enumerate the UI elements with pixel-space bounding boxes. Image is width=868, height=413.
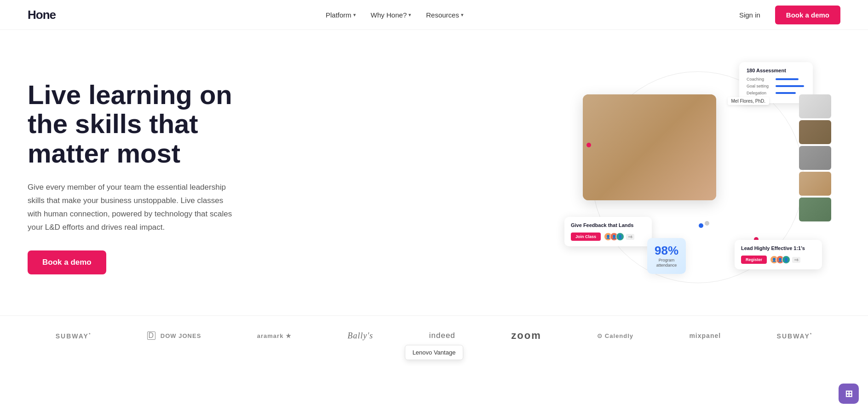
stats-number: 98% — [655, 244, 678, 258]
feedback-card: Give Feedback that Lands Join Class 👤 👤 … — [564, 217, 652, 247]
plus-badge-effective: +6 — [792, 257, 800, 263]
main-video-frame — [583, 94, 716, 200]
logo-subway-1: SUBWAY* — [56, 332, 92, 340]
hero-title: Live learning on the skills that matter … — [28, 80, 267, 168]
register-button[interactable]: Register — [741, 256, 767, 264]
avatar-group-effective: 👤 👤 👤 +6 — [772, 256, 800, 264]
coaching-bar — [776, 78, 799, 80]
side-thumb-3 — [799, 146, 831, 170]
goal-bar — [776, 85, 804, 87]
stats-label: Programattendance — [655, 258, 678, 268]
logo-dow-jones: D DOW JONES — [147, 332, 201, 340]
nav-why-hone[interactable]: Why Hone? ▾ — [365, 7, 417, 23]
signin-button[interactable]: Sign in — [734, 7, 766, 23]
navbar: Hone Platform ▾ Why Hone? ▾ Resources ▾ … — [0, 0, 868, 30]
hero-left: Live learning on the skills that matter … — [28, 80, 267, 275]
plus-badge-feedback: +6 — [626, 234, 634, 240]
avatar-group-feedback: 👤 👤 👤 +6 — [606, 233, 634, 241]
chevron-down-icon: ▾ — [408, 12, 411, 18]
logo-indeed: indeed — [429, 331, 455, 340]
book-demo-nav-button[interactable]: Book a demo — [775, 6, 840, 24]
nav-links: Platform ▾ Why Hone? ▾ Resources ▾ — [320, 7, 469, 23]
chevron-down-icon: ▾ — [353, 12, 356, 18]
side-thumb-1 — [799, 94, 831, 118]
lenovo-tooltip: Lenovo Vantage — [405, 345, 464, 355]
dot-decoration-1 — [586, 143, 591, 147]
dot-decoration-3 — [699, 223, 703, 228]
effective-card: Lead Highly Effective 1:1's Register 👤 👤… — [735, 240, 822, 270]
side-thumb-2 — [799, 120, 831, 144]
assessment-row-delegation: Delegation — [747, 91, 805, 95]
logo-subway-2: SUBWAY* — [777, 332, 813, 340]
hero-mockup: 180 Assessment Coaching Goal setting Del… — [555, 58, 840, 297]
logo-mixpanel: mixpanel — [689, 332, 721, 339]
feedback-title: Give Feedback that Lands — [571, 222, 645, 228]
logo-calendly: ⊙ Calendly — [597, 332, 633, 339]
logo-aramark: aramark ★ — [257, 332, 292, 339]
hero-section: Live learning on the skills that matter … — [0, 30, 868, 315]
mel-label: Mel Flores, PhD. — [728, 97, 769, 105]
nav-resources[interactable]: Resources ▾ — [420, 7, 469, 23]
instructor-avatar — [583, 94, 716, 200]
side-video-grid — [799, 94, 831, 221]
logo-zoom: zoom — [511, 330, 541, 342]
nav-platform[interactable]: Platform ▾ — [320, 7, 362, 23]
stats-card: 98% Programattendance — [647, 238, 686, 274]
avatar-e3: 👤 — [782, 256, 790, 264]
join-class-button[interactable]: Join Class — [571, 233, 601, 241]
hero-subtitle: Give every member of your team the essen… — [28, 181, 239, 234]
logo[interactable]: Hone — [28, 8, 56, 22]
nav-right: Sign in Book a demo — [734, 6, 840, 24]
dot-decoration-4 — [705, 221, 709, 226]
logo-ballys: Bally's — [347, 331, 373, 341]
assessment-title: 180 Assessment — [747, 68, 805, 73]
book-demo-hero-button[interactable]: Book a demo — [28, 250, 106, 274]
effective-title: Lead Highly Effective 1:1's — [741, 245, 816, 251]
avatar-3: 👤 — [616, 233, 624, 241]
chevron-down-icon: ▾ — [461, 12, 464, 18]
assessment-row-goal: Goal setting — [747, 84, 805, 88]
assessment-row-coaching: Coaching — [747, 77, 805, 81]
side-thumb-5 — [799, 198, 831, 221]
side-thumb-4 — [799, 172, 831, 196]
delegation-bar — [776, 92, 796, 94]
